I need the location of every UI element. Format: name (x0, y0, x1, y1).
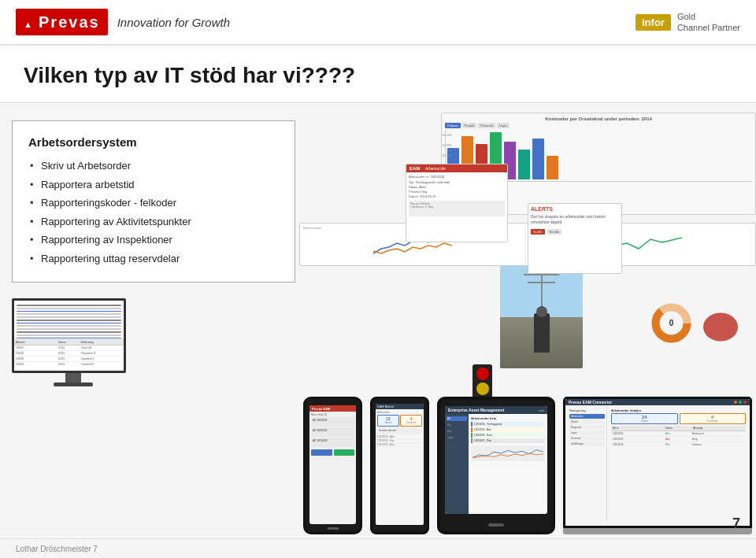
alerts-body: Det har skapats en arbetsorder som kräve… (531, 214, 619, 225)
donut-chart: 0 (650, 301, 693, 345)
left-panel: Arbetsordersystem Skriv ut Arbetsorder R… (12, 120, 303, 538)
monitor-screen: Arborder Datum Beskrivning 100001 01/01 … (12, 298, 126, 373)
footer: Lothar Dröschmeister 7 (0, 538, 756, 558)
donut-svg: 0 (650, 301, 693, 345)
list-item: Rapportering uttag reservdelar (28, 249, 279, 268)
page-number: 7 (732, 516, 740, 532)
laptop-device: Prevas EAM Connector Navigering (563, 397, 752, 534)
list-item: Rapportering av Aktivitetspunkter (28, 212, 279, 231)
header-right: infor Gold Channel Partner (636, 11, 740, 34)
chart-nav: Faktura Projekt Personal Lager (445, 123, 752, 128)
svg-point-3 (703, 313, 738, 342)
list-item: Rapportera arbetstid (28, 176, 279, 194)
red-shape-svg (701, 309, 740, 345)
monitor-base (54, 382, 93, 386)
svg-text:0: 0 (669, 319, 674, 327)
traffic-light-red (476, 368, 489, 380)
eam-header: EAM Arbetsorder (406, 164, 507, 172)
right-panel: Kostnader per Orsakskod under perioden: … (299, 113, 756, 538)
ipad-home (488, 523, 504, 527)
list-item: Rapporteringskoder - felkoder (28, 194, 279, 212)
tablet-device-2: EAM Mobile Arbetsorder 12 Aktiva 4 Vänta… (370, 397, 429, 534)
laptop-lid: Prevas EAM Connector Navigering (563, 397, 752, 528)
page-title: Vilken typ av IT stöd har vi???? (24, 63, 732, 88)
monitor-device: Arborder Datum Beskrivning 100001 01/01 … (12, 298, 134, 401)
middle-section: Total kostnad Aktiviteter (299, 223, 756, 364)
info-box-title: Arbetsordersystem (28, 135, 279, 149)
alerts-header: ALERTS (531, 206, 619, 212)
chart-title: Kostnader per Orsakskod under perioden: … (445, 116, 752, 121)
ipad-screen: Enterprise Asset Management ●●● AO Obj R… (445, 406, 547, 514)
partner-badge: infor (636, 14, 671, 31)
list-item: Rapportering av Inspektioner (28, 231, 279, 249)
main-content: Vilken typ av IT stöd har vi???? Arbetso… (0, 46, 756, 558)
tablet-screen-2: EAM Mobile Arbetsorder 12 Aktiva 4 Vänta… (376, 404, 424, 525)
list-item: Skriv ut Arbetsorder (28, 157, 279, 176)
tagline: Innovation for Growth (117, 16, 230, 29)
worker-image (500, 266, 583, 368)
smartphone-device: Prevas EAM Mina ordrar (3) AO 10050234 A… (303, 397, 362, 534)
bullet-list: Skriv ut Arbetsorder Rapportera arbetsti… (28, 157, 279, 268)
bottom-devices: Prevas EAM Mina ordrar (3) AO 10050234 A… (299, 393, 756, 538)
laptop-base (563, 528, 752, 534)
ipad-device: Enterprise Asset Management ●●● AO Obj R… (437, 397, 555, 534)
home-button (327, 527, 339, 530)
partner-text: Gold Channel Partner (677, 11, 740, 34)
alerts-panel: ALERTS Det har skapats en arbetsorder so… (528, 203, 622, 274)
monitor-stand (65, 373, 81, 382)
smartphone-screen: Prevas EAM Mina ordrar (3) AO 10050234 A… (309, 405, 356, 524)
logo-text: ▲ Prevas (16, 9, 108, 35)
footer-text: Lothar Dröschmeister 7 (16, 545, 98, 553)
title-section: Vilken typ av IT stöd har vi???? (0, 46, 756, 103)
laptop-screen: Prevas EAM Connector Navigering (565, 399, 750, 526)
header: ▲ Prevas Innovation for Growth infor Gol… (0, 0, 756, 46)
content-area: Arbetsordersystem Skriv ut Arbetsorder R… (0, 113, 756, 538)
mini-line-chart (472, 447, 543, 460)
eam-panel: EAM Arbetsorder Arbetsorder nr: 10050234… (406, 164, 508, 242)
header-left: ▲ Prevas Innovation for Growth (16, 9, 230, 35)
info-box: Arbetsordersystem Skriv ut Arbetsorder R… (12, 120, 295, 283)
prevas-logo: ▲ Prevas (16, 9, 108, 35)
monitor-screen-content: Arborder Datum Beskrivning 100001 01/01 … (14, 301, 124, 371)
red-shape (701, 309, 740, 345)
